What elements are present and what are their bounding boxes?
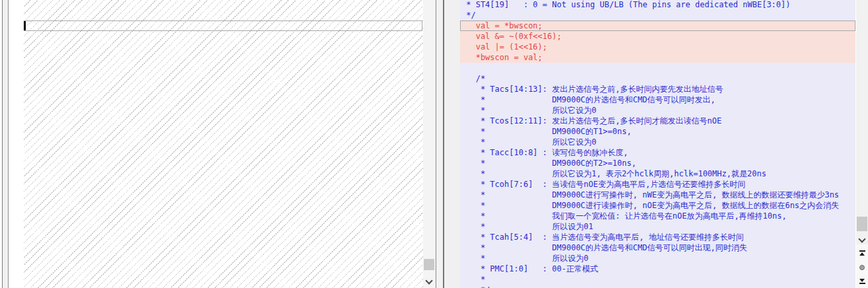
text-compare-window: { "app": { "view": "side-by-side-text-co…	[0, 0, 868, 288]
code-line: * Tacs[14:13]: 发出片选信号之前,多长时间内要先发出地址信号	[460, 84, 855, 94]
code-line: * 所以设为01	[460, 221, 855, 232]
pane-splitter[interactable]	[436, 0, 443, 288]
code-line: *bwscon = val;	[460, 52, 855, 63]
chevron-down-icon	[858, 235, 865, 242]
code-line: * PMC[1:0] : 00-正常模式	[460, 264, 855, 274]
code-line: * 所以设为0	[460, 253, 855, 264]
current-line-box-left	[24, 20, 422, 31]
code-line: * 所以它设为0	[460, 105, 855, 116]
right-scrollbar-thumb[interactable]	[857, 217, 867, 231]
gray-circle-icon	[859, 265, 865, 270]
chevron-down-icon	[425, 277, 432, 284]
triangle-up-with-bar-icon	[859, 250, 865, 252]
center-current-button[interactable]	[856, 263, 868, 271]
code-line: * Tcos[12:11]: 发出片选信号之后,多长时间才能发出读信号nOE	[460, 116, 855, 126]
scrollbar-extra-buttons	[856, 244, 868, 288]
left-scrollbar-thumb[interactable]	[424, 259, 434, 270]
scroll-down-icon[interactable]	[423, 278, 435, 286]
code-line: val &= ~(0xf<<16);	[460, 31, 855, 42]
code-line: * Tcoh[7:6] : 当读信号nOE变为高电平后,片选信号还要维持多长时间	[460, 179, 855, 190]
code-line: * DM9000C的T1>=0ns,	[460, 126, 855, 137]
right-pane-gutter	[444, 0, 460, 288]
right-scrollbar[interactable]	[856, 0, 868, 244]
right-pane-editor[interactable]: * ST4[19] : 0 = Not using UB/LB (The pin…	[460, 0, 855, 288]
code-line-current: val = *bwscon;	[460, 20, 855, 31]
scroll-down-icon[interactable]	[856, 236, 868, 244]
jump-to-top-button[interactable]	[856, 248, 868, 257]
window-border-line	[2, 0, 3, 288]
code-line: * 我们取一个宽松值: 让片选信号在nOE放为高电平后,再维持10ns,	[460, 211, 855, 221]
code-line	[460, 63, 855, 73]
code-line: * 所以它设为1, 表示2个hclk周期,hclk=100MHz,就是20ns	[460, 168, 855, 179]
code-line: * DM9000C进行读操作时, nOE变为高电平之后, 数据线上的数据在6ns…	[460, 200, 855, 211]
code-line: * DM9000C的片选信号和CMD信号可以同时发出,	[460, 94, 855, 105]
code-line: * DM9000C进行写操作时, nWE变为高电平之后, 数据线上的数据还要维持…	[460, 190, 855, 200]
jump-to-bottom-button[interactable]	[856, 277, 868, 285]
code-line: val |= (1<<16);	[460, 42, 855, 52]
code-line: * DM9000C的T2>=10ns,	[460, 158, 855, 168]
code-line: * Tcah[5:4] : 当片选信号变为高电平后, 地址信号还要维持多长时间	[460, 232, 855, 242]
left-scrollbar[interactable]	[423, 0, 435, 288]
code-line: * DM9000C的片选信号和CMD信号可以同时出现,同时消失	[460, 242, 855, 253]
code-line: /*	[460, 73, 855, 84]
code-line: */	[460, 285, 855, 288]
triangle-down-with-bar-icon	[859, 279, 865, 282]
missing-lines-hatch	[24, 0, 423, 288]
left-pane-editor[interactable]	[9, 0, 423, 288]
code-line: * Tacc[10:8] : 读写信号的脉冲长度,	[460, 147, 855, 158]
code-line: * 所以它设为0	[460, 137, 855, 147]
code-line: * ST4[19] : 0 = Not using UB/LB (The pin…	[460, 0, 855, 10]
code-line: */	[460, 10, 855, 20]
text-caret	[24, 21, 26, 30]
code-lines: * ST4[19] : 0 = Not using UB/LB (The pin…	[460, 0, 855, 288]
code-line: *	[460, 274, 855, 285]
